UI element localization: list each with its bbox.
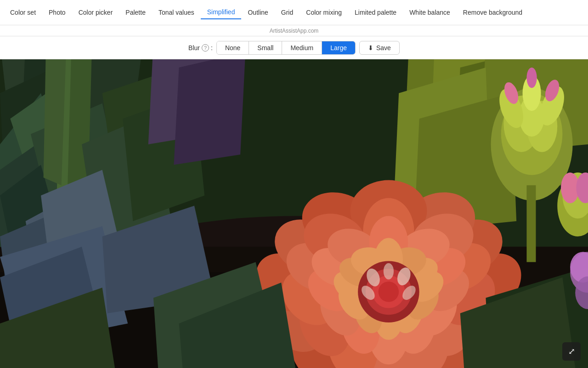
blur-label: Blur ? : bbox=[188, 44, 213, 52]
nav-item-outline[interactable]: Outline bbox=[241, 6, 274, 19]
save-icon: ⬇ bbox=[368, 44, 373, 52]
fullscreen-button[interactable]: ⤢ bbox=[562, 342, 581, 361]
nav-item-remove-background[interactable]: Remove background bbox=[457, 6, 529, 19]
nav-item-palette[interactable]: Palette bbox=[119, 6, 152, 19]
nav-item-color-picker[interactable]: Color picker bbox=[72, 6, 119, 19]
fullscreen-icon: ⤢ bbox=[568, 346, 575, 356]
blur-medium-button[interactable]: Medium bbox=[282, 41, 322, 54]
image-canvas: ⤢ bbox=[0, 59, 588, 368]
blur-button-group: None Small Medium Large bbox=[216, 41, 356, 55]
blur-small-button[interactable]: Small bbox=[249, 41, 282, 54]
blur-help-icon[interactable]: ? bbox=[202, 44, 209, 52]
blur-large-button[interactable]: Large bbox=[322, 41, 355, 54]
nav-item-photo[interactable]: Photo bbox=[42, 6, 72, 19]
nav-item-tonal-values[interactable]: Tonal values bbox=[152, 6, 201, 19]
nav-item-color-set[interactable]: Color set bbox=[4, 6, 42, 19]
subtitle-text: ArtistAssistApp.com bbox=[270, 28, 319, 34]
nav-item-limited-palette[interactable]: Limited palette bbox=[348, 6, 403, 19]
nav-item-simplified[interactable]: Simplified bbox=[201, 6, 242, 19]
svg-rect-118 bbox=[0, 59, 588, 368]
nav-item-grid[interactable]: Grid bbox=[275, 6, 300, 19]
save-button[interactable]: ⬇ Save bbox=[359, 41, 400, 55]
top-navigation: Color set Photo Color picker Palette Ton… bbox=[0, 0, 588, 25]
save-label: Save bbox=[376, 44, 391, 52]
nav-item-white-balance[interactable]: White balance bbox=[403, 6, 457, 19]
nav-item-color-mixing[interactable]: Color mixing bbox=[300, 6, 348, 19]
blur-none-button[interactable]: None bbox=[217, 41, 249, 54]
subtitle-bar: ArtistAssistApp.com bbox=[0, 25, 588, 36]
floral-painting bbox=[0, 59, 588, 368]
blur-toolbar: Blur ? : None Small Medium Large ⬇ Save bbox=[0, 36, 588, 59]
blur-text: Blur bbox=[188, 44, 200, 52]
